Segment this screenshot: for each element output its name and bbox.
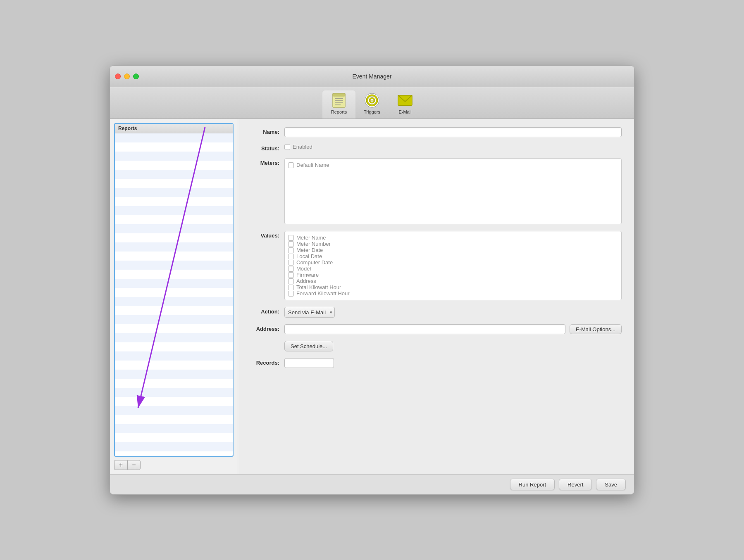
address-row: Address: E-Mail Options... bbox=[250, 324, 622, 334]
list-row bbox=[115, 315, 233, 324]
list-row bbox=[115, 333, 233, 342]
action-select-wrapper: Send via E-MailSave to FilePrint bbox=[284, 307, 335, 318]
values-item-label: Computer Date bbox=[296, 259, 333, 266]
action-label: Action: bbox=[250, 307, 279, 315]
values-item-checkbox[interactable] bbox=[288, 266, 294, 272]
values-item-checkbox[interactable] bbox=[288, 241, 294, 247]
values-box[interactable]: Meter NameMeter NumberMeter DateLocal Da… bbox=[284, 231, 622, 300]
meters-box[interactable]: Default Name bbox=[284, 158, 622, 224]
values-item-checkbox[interactable] bbox=[288, 285, 294, 290]
values-item-label: Model bbox=[296, 266, 311, 272]
email-options-button[interactable]: E-Mail Options... bbox=[570, 324, 622, 334]
close-button[interactable] bbox=[115, 74, 121, 79]
values-item-checkbox[interactable] bbox=[288, 278, 294, 284]
values-item[interactable]: Total Kilowatt Hour bbox=[288, 284, 618, 290]
sidebar-controls: + − bbox=[114, 460, 234, 470]
address-label: Address: bbox=[250, 324, 279, 332]
status-checkbox[interactable] bbox=[284, 144, 290, 150]
toolbar-item-email[interactable]: E-Mail bbox=[389, 90, 422, 119]
run-report-button[interactable]: Run Report bbox=[510, 479, 555, 490]
values-item[interactable]: Model bbox=[288, 266, 618, 272]
list-row bbox=[115, 133, 233, 142]
status-checkbox-text: Enabled bbox=[293, 144, 312, 150]
name-input[interactable] bbox=[284, 127, 622, 137]
values-item[interactable]: Address bbox=[288, 278, 618, 284]
minimize-button[interactable] bbox=[124, 74, 130, 79]
list-row bbox=[115, 261, 233, 270]
list-row bbox=[115, 233, 233, 242]
address-input[interactable] bbox=[284, 324, 565, 334]
list-row bbox=[115, 306, 233, 315]
list-row bbox=[115, 224, 233, 233]
values-item-label: Local Date bbox=[296, 253, 322, 259]
action-select[interactable]: Send via E-MailSave to FilePrint bbox=[284, 307, 335, 318]
toolbar-item-reports[interactable]: Reports bbox=[322, 90, 355, 119]
address-controls: E-Mail Options... bbox=[284, 324, 622, 334]
add-report-button[interactable]: + bbox=[114, 460, 127, 470]
values-item[interactable]: Meter Number bbox=[288, 241, 618, 247]
list-row bbox=[115, 179, 233, 188]
values-item-checkbox[interactable] bbox=[288, 254, 294, 259]
values-item[interactable]: Firmware bbox=[288, 272, 618, 278]
list-row bbox=[115, 170, 233, 179]
records-input[interactable] bbox=[284, 358, 334, 368]
meters-default-checkbox[interactable] bbox=[288, 162, 294, 168]
list-row bbox=[115, 361, 233, 370]
values-item-label: Forward Kilowatt Hour bbox=[296, 290, 350, 297]
values-item-label: Address bbox=[296, 278, 316, 284]
list-row bbox=[115, 270, 233, 279]
values-item[interactable]: Meter Name bbox=[288, 235, 618, 241]
set-schedule-button[interactable]: Set Schedule... bbox=[284, 341, 333, 351]
name-row: Name: bbox=[250, 127, 622, 137]
meters-row: Meters: Default Name bbox=[250, 158, 622, 224]
values-item[interactable]: Meter Date bbox=[288, 247, 618, 253]
values-box-wrapper: Meter NameMeter NumberMeter DateLocal Da… bbox=[284, 231, 622, 300]
toolbar-item-triggers[interactable]: Triggers bbox=[355, 90, 389, 119]
meters-default-text: Default Name bbox=[296, 162, 329, 168]
maximize-button[interactable] bbox=[133, 74, 139, 79]
meters-default-item[interactable]: Default Name bbox=[288, 162, 618, 168]
list-row bbox=[115, 297, 233, 306]
list-row bbox=[115, 415, 233, 424]
list-row bbox=[115, 324, 233, 333]
values-label: Values: bbox=[250, 231, 279, 239]
list-row bbox=[115, 206, 233, 215]
values-item-checkbox[interactable] bbox=[288, 247, 294, 253]
bottom-bar: Run Report Revert Save bbox=[110, 474, 634, 494]
list-row bbox=[115, 424, 233, 433]
values-item-checkbox[interactable] bbox=[288, 291, 294, 297]
values-row: Values: Meter NameMeter NumberMeter Date… bbox=[250, 231, 622, 300]
list-row bbox=[115, 342, 233, 351]
values-item-checkbox[interactable] bbox=[288, 260, 294, 266]
list-row bbox=[115, 215, 233, 224]
toolbar-email-label: E-Mail bbox=[398, 109, 411, 114]
values-item-checkbox[interactable] bbox=[288, 235, 294, 241]
meters-box-wrapper: Default Name bbox=[284, 158, 622, 224]
values-item[interactable]: Forward Kilowatt Hour bbox=[288, 290, 618, 297]
svg-point-11 bbox=[372, 100, 373, 101]
action-row: Action: Send via E-MailSave to FilePrint bbox=[250, 307, 622, 318]
values-item-label: Firmware bbox=[296, 272, 319, 278]
save-button[interactable]: Save bbox=[596, 479, 626, 490]
reports-list-rows bbox=[115, 133, 233, 451]
list-row bbox=[115, 252, 233, 261]
values-item[interactable]: Computer Date bbox=[288, 259, 618, 266]
list-row bbox=[115, 379, 233, 388]
triggers-icon bbox=[365, 93, 379, 108]
traffic-lights bbox=[115, 74, 139, 79]
reports-list[interactable]: Reports bbox=[114, 123, 234, 457]
meters-label: Meters: bbox=[250, 158, 279, 166]
list-row bbox=[115, 351, 233, 361]
status-checkbox-label[interactable]: Enabled bbox=[284, 144, 312, 150]
main-window: Event Manager Reports bbox=[110, 65, 634, 495]
list-row bbox=[115, 142, 233, 152]
toolbar: Reports Triggers bbox=[110, 87, 634, 119]
list-row bbox=[115, 442, 233, 451]
status-row: Status: Enabled bbox=[250, 144, 622, 152]
values-item-checkbox[interactable] bbox=[288, 272, 294, 278]
revert-button[interactable]: Revert bbox=[559, 479, 592, 490]
name-label: Name: bbox=[250, 127, 279, 135]
remove-report-button[interactable]: − bbox=[127, 460, 141, 470]
list-row bbox=[115, 370, 233, 379]
values-item[interactable]: Local Date bbox=[288, 253, 618, 259]
